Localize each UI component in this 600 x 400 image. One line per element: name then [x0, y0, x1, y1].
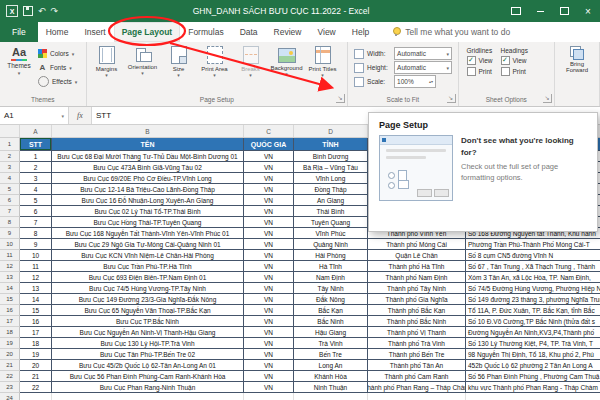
- row-number[interactable]: 20: [0, 349, 20, 360]
- cell[interactable]: 3: [20, 173, 52, 184]
- row-number[interactable]: 1: [0, 138, 20, 151]
- cell[interactable]: Bưu Cục 29 Ngô Gia Tự-Móng Cái-Quảng Nin…: [52, 239, 244, 250]
- colors-button[interactable]: Colors▾: [36, 47, 79, 60]
- name-box[interactable]: A1 ▾: [0, 107, 69, 124]
- cell[interactable]: Bưu Cục Tân Phú-TP.Bến Tre 02: [52, 349, 244, 360]
- cell[interactable]: TỈNH: [294, 138, 368, 151]
- tab-page-layout[interactable]: Page Layout: [114, 22, 181, 42]
- cell[interactable]: Bưu Cục Phan Rang-Ninh Thuận: [52, 382, 244, 393]
- cell[interactable]: [52, 393, 244, 400]
- cell[interactable]: VN: [244, 294, 294, 305]
- cell[interactable]: Bưu Cục 149 Đường 23/3-Gia Nghĩa-Đắk Nôn…: [52, 294, 244, 305]
- cell[interactable]: Thành phố Móng Cái: [368, 239, 466, 250]
- cell[interactable]: Phường Trần Phú-Thành Phố Móng Cái-T: [466, 239, 600, 250]
- size-button[interactable]: Size▾: [161, 44, 197, 78]
- cell[interactable]: Bưu Cục KCN Vĩnh Niệm-Lê Chân-Hải Phòng: [52, 250, 244, 261]
- page-setup-dialog-launcher-icon[interactable]: ↘: [336, 94, 345, 103]
- cell[interactable]: Đồng Tháp: [294, 184, 368, 195]
- cell[interactable]: 452b Quốc Lộ 62 phường 2 Tân An Long A: [466, 360, 600, 371]
- cell[interactable]: 21: [20, 371, 52, 382]
- row-number[interactable]: 22: [0, 371, 20, 382]
- cell[interactable]: VN: [244, 195, 294, 206]
- column-header-c[interactable]: C: [244, 125, 294, 137]
- gridlines-print-checkbox[interactable]: [467, 67, 476, 76]
- print-area-button[interactable]: Print Area▾: [197, 44, 233, 78]
- cell[interactable]: [20, 393, 52, 400]
- row-number[interactable]: 11: [0, 250, 20, 261]
- cell[interactable]: Ninh Thuận: [294, 382, 368, 393]
- cell[interactable]: Thành phố Tây Ninh: [368, 283, 466, 294]
- background-button[interactable]: Background▾: [269, 44, 305, 77]
- cell[interactable]: STT: [20, 138, 52, 151]
- cell[interactable]: 8: [20, 228, 52, 239]
- cell[interactable]: [294, 393, 368, 400]
- cell[interactable]: Thành phố Vị Thanh: [368, 327, 466, 338]
- cell[interactable]: VN: [244, 305, 294, 316]
- select-all-corner[interactable]: [0, 125, 20, 137]
- cell[interactable]: VN: [244, 162, 294, 173]
- cell[interactable]: 20: [20, 360, 52, 371]
- row-number[interactable]: 17: [0, 316, 20, 327]
- cell[interactable]: Thành phố Gia Nghĩa: [368, 294, 466, 305]
- cell[interactable]: 18: [20, 338, 52, 349]
- cell[interactable]: QUỐC GIA: [244, 138, 294, 151]
- cell[interactable]: VN: [244, 382, 294, 393]
- cell[interactable]: [244, 393, 294, 400]
- cell[interactable]: Bưu Cục 56 Phan Đình Phùng-Cam Ranh-Khán…: [52, 371, 244, 382]
- cell[interactable]: Khánh Hòa: [294, 371, 368, 382]
- cell[interactable]: Bưu Cục 168 Nguyễn Tất Thành-Vĩnh Yên-Vĩ…: [52, 228, 244, 239]
- effects-button[interactable]: Effects▾: [36, 75, 79, 88]
- cell[interactable]: Hà Tĩnh: [294, 261, 368, 272]
- cell[interactable]: Thành phố Tân An: [368, 360, 466, 371]
- cell[interactable]: Đường Nguyễn An Ninh,KV3,P4,Thành phố: [466, 327, 600, 338]
- cell[interactable]: Số 8 cụm CN5 đường Vĩnh N: [466, 250, 600, 261]
- row-number[interactable]: 10: [0, 239, 20, 250]
- cell[interactable]: Thành phố Nam Định: [368, 272, 466, 283]
- cell[interactable]: Long An: [294, 360, 368, 371]
- row-number[interactable]: 12: [0, 261, 20, 272]
- row-number[interactable]: 14: [0, 283, 20, 294]
- margins-button[interactable]: Margins▾: [89, 44, 125, 78]
- chevron-down-icon[interactable]: ▾: [447, 51, 450, 57]
- cell[interactable]: Nam Định: [294, 272, 368, 283]
- cell[interactable]: An Giang: [294, 195, 368, 206]
- save-icon[interactable]: [23, 6, 33, 16]
- row-number[interactable]: 15: [0, 294, 20, 305]
- row-number[interactable]: 8: [0, 217, 20, 228]
- cell[interactable]: Bưu Cục Hồng Thái-TP.Tuyên Quang: [52, 217, 244, 228]
- width-input[interactable]: Automatic▾: [394, 47, 452, 60]
- cell[interactable]: Bưu Cục 693 Điện Biên-TP.Nam Định 01: [52, 272, 244, 283]
- close-icon[interactable]: ×: [576, 0, 600, 22]
- cell[interactable]: VN: [244, 349, 294, 360]
- cell[interactable]: Vĩnh Phúc: [294, 228, 368, 239]
- cell[interactable]: Bưu Cục 74/5 Hùng Vương-TP.Tây Ninh: [52, 283, 244, 294]
- cell[interactable]: Tuyên Quang: [294, 217, 368, 228]
- height-input[interactable]: Automatic▾: [394, 61, 452, 74]
- tab-insert[interactable]: Insert: [76, 22, 113, 42]
- cell[interactable]: Bưu Cục 68 Đại Mười Tháng Tư-Thủ Dầu Một…: [52, 151, 244, 162]
- cell[interactable]: Số 130 Lý Thường Kiệt, P4, TP. Trà Vinh,…: [466, 338, 600, 349]
- cell[interactable]: Quận Lê Chân: [368, 250, 466, 261]
- chevron-down-icon[interactable]: ▾: [447, 65, 450, 71]
- cell[interactable]: 19: [20, 349, 52, 360]
- cell[interactable]: Bưu Cục 69/20E Phó Cơ Điều-TP.Vĩnh Long: [52, 173, 244, 184]
- sheet-options-dialog-launcher-icon[interactable]: ↘: [543, 94, 552, 103]
- cell[interactable]: 16: [20, 316, 52, 327]
- cell[interactable]: Bưu Cục TP.Bắc Ninh: [52, 316, 244, 327]
- cell[interactable]: TÊN: [52, 138, 244, 151]
- row-number[interactable]: 21: [0, 360, 20, 371]
- cell[interactable]: 6: [20, 206, 52, 217]
- undo-icon[interactable]: ↶: [38, 7, 46, 16]
- cell[interactable]: 1: [20, 151, 52, 162]
- cell[interactable]: 9: [20, 239, 52, 250]
- column-header-b[interactable]: B: [52, 125, 244, 137]
- tab-formulas[interactable]: Formulas: [180, 22, 231, 42]
- cell[interactable]: Bưu Cục 16 Đỗ Nhuận-Long Xuyên-An Giang: [52, 195, 244, 206]
- cell[interactable]: VN: [244, 184, 294, 195]
- cell[interactable]: 17: [20, 327, 52, 338]
- row-number[interactable]: 3: [0, 162, 20, 173]
- cell[interactable]: VN: [244, 239, 294, 250]
- orientation-button[interactable]: Orientation▾: [125, 44, 161, 76]
- cell[interactable]: VN: [244, 371, 294, 382]
- cell[interactable]: Thành phố Bến Tre: [368, 349, 466, 360]
